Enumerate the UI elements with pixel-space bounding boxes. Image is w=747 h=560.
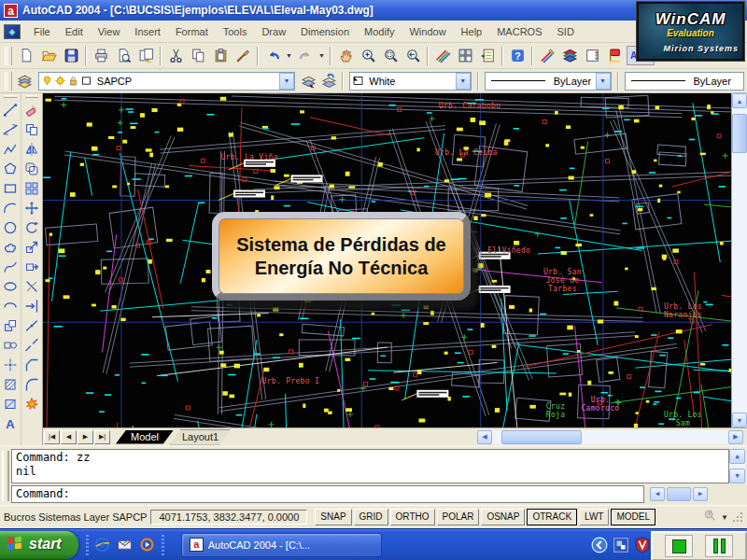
draw-region-button[interactable] (1, 394, 21, 413)
scroll-down-arrow[interactable]: ▼ (729, 469, 745, 483)
modify-fillet-button[interactable] (22, 374, 42, 394)
scroll-right-arrow[interactable]: ▶ (693, 487, 708, 501)
status-tray-menu-arrow[interactable]: ▼ (721, 513, 728, 522)
modify-rotate-button[interactable] (22, 217, 42, 237)
paste-button[interactable] (209, 46, 232, 66)
cut-button[interactable] (164, 46, 187, 66)
last-tab-button[interactable]: ▶| (94, 430, 110, 444)
draw-polygon-button[interactable] (1, 159, 21, 178)
modify-extend-button[interactable] (22, 296, 42, 315)
save-button[interactable] (60, 46, 82, 66)
draw-point-button[interactable] (1, 355, 21, 374)
print-button[interactable] (90, 46, 112, 66)
linetype-combo-arrow[interactable]: ▼ (596, 73, 611, 90)
toggle-polar[interactable]: POLAR (437, 509, 480, 525)
modify-stretch-button[interactable] (22, 257, 42, 276)
scroll-thumb[interactable] (501, 430, 582, 444)
layer-previous-button[interactable] (318, 71, 339, 91)
drawing-canvas[interactable]: Urb. La ViñaUrb. CaraboboUrb. La CeibaUr… (43, 93, 731, 427)
dropdown-arrow[interactable]: ▼ (317, 46, 327, 66)
pan-button[interactable] (334, 46, 357, 66)
scroll-right-arrow[interactable]: ▶ (728, 430, 743, 444)
layer-combo-arrow[interactable]: ▼ (279, 73, 294, 90)
menu-help[interactable]: Help (454, 23, 490, 40)
draw-ellipse-arc-button[interactable] (1, 296, 21, 315)
draw-ellipse-button[interactable] (1, 276, 21, 296)
coordinate-display[interactable]: 4071.1753, 3832.3477, 0.0000 (150, 510, 307, 525)
tray-antivirus-shield-icon[interactable] (634, 537, 651, 553)
toggle-osnap[interactable]: OSNAP (481, 509, 525, 525)
mail-icon[interactable] (117, 537, 134, 553)
modify-copy-object-button[interactable] (22, 119, 42, 139)
dropdown-arrow[interactable]: ▼ (284, 46, 294, 66)
modify-array-button[interactable] (22, 178, 42, 198)
draw-arc-button[interactable] (1, 198, 21, 217)
scroll-thumb[interactable] (667, 487, 691, 501)
next-tab-button[interactable]: ▶ (78, 430, 93, 444)
drawing-vertical-scrollbar[interactable]: ▲ ▼ (731, 93, 747, 427)
modify-mirror-button[interactable] (22, 139, 42, 159)
media-player-icon[interactable] (139, 537, 156, 553)
internet-explorer-icon[interactable]: e (94, 537, 111, 553)
resize-grip[interactable] (732, 511, 743, 523)
previous-tab-button[interactable]: ◀ (61, 430, 77, 444)
modify-explode-button[interactable] (22, 394, 42, 413)
layer-combo[interactable]: SAPCP ▼ (38, 72, 295, 91)
menu-modify[interactable]: Modify (357, 23, 402, 40)
preview-button[interactable] (112, 46, 134, 66)
first-tab-button[interactable]: |◀ (44, 430, 60, 444)
draw-insert-block-button[interactable] (1, 315, 21, 335)
tab-layout1[interactable]: Layout1 (170, 429, 231, 445)
menu-insert[interactable]: Insert (127, 23, 168, 40)
redo-button[interactable] (294, 46, 317, 66)
toggle-lwt[interactable]: LWT (579, 509, 609, 525)
communication-center-icon[interactable] (702, 509, 717, 525)
draw-spline-button[interactable] (1, 257, 21, 276)
zoom-realtime-button[interactable] (357, 46, 379, 66)
layer-stack-button[interactable] (558, 46, 581, 66)
toggle-grid[interactable]: GRID (354, 509, 388, 525)
zoom-previous-button[interactable] (402, 46, 424, 66)
menu-sid[interactable]: SID (549, 23, 581, 40)
menu-draw[interactable]: Draw (254, 23, 293, 40)
modify-erase-button[interactable] (22, 100, 42, 119)
command-history[interactable]: Command: zz nil (11, 449, 729, 483)
modify-break-button[interactable] (22, 335, 42, 355)
color-combo[interactable]: White ▼ (349, 72, 471, 91)
scroll-up-arrow[interactable]: ▲ (732, 93, 747, 108)
start-button[interactable]: start (0, 531, 78, 559)
modify-move-button[interactable] (22, 198, 42, 217)
white-box-button[interactable] (581, 46, 603, 66)
menu-edit[interactable]: Edit (58, 23, 91, 40)
tab-model[interactable]: Model (116, 430, 174, 444)
toolpalettes-button[interactable] (476, 46, 499, 66)
scroll-down-arrow[interactable]: ▼ (732, 413, 747, 427)
tray-display-icon[interactable] (613, 537, 629, 553)
menu-window[interactable]: Window (402, 23, 453, 40)
wincam-pause-button[interactable] (705, 535, 733, 557)
tray-collapse-chevron-icon[interactable] (591, 537, 608, 553)
pen-colors-button[interactable] (536, 46, 558, 66)
menu-macros[interactable]: MACROS (489, 23, 549, 40)
menu-view[interactable]: View (91, 23, 128, 40)
scroll-thumb[interactable] (732, 114, 747, 153)
draw-line-button[interactable] (1, 100, 21, 119)
command-window-grip[interactable] (2, 451, 9, 501)
toggle-otrack[interactable]: OTRACK (527, 509, 577, 525)
wincam-stop-button[interactable] (665, 535, 693, 557)
command-horizontal-scrollbar[interactable]: ◀ ▶ (650, 487, 717, 501)
properties-button[interactable] (431, 46, 454, 66)
document-app-icon[interactable]: ◈ (4, 24, 21, 39)
matchprops-button[interactable] (232, 46, 254, 66)
draw-construction-line-button[interactable] (1, 119, 21, 139)
draw-hatch-button[interactable] (1, 374, 21, 394)
menu-tools[interactable]: Tools (216, 23, 255, 40)
toggle-model[interactable]: MODEL (611, 509, 655, 525)
linetype-combo[interactable]: ByLayer ▼ (485, 72, 612, 91)
open-button[interactable] (37, 46, 60, 66)
draw-revcloud-button[interactable] (1, 237, 21, 257)
make-object-layer-current-button[interactable] (298, 71, 318, 91)
draw-make-block-button[interactable] (1, 335, 21, 355)
scroll-up-arrow[interactable]: ▲ (729, 449, 745, 464)
modify-chamfer-button[interactable] (22, 355, 42, 374)
